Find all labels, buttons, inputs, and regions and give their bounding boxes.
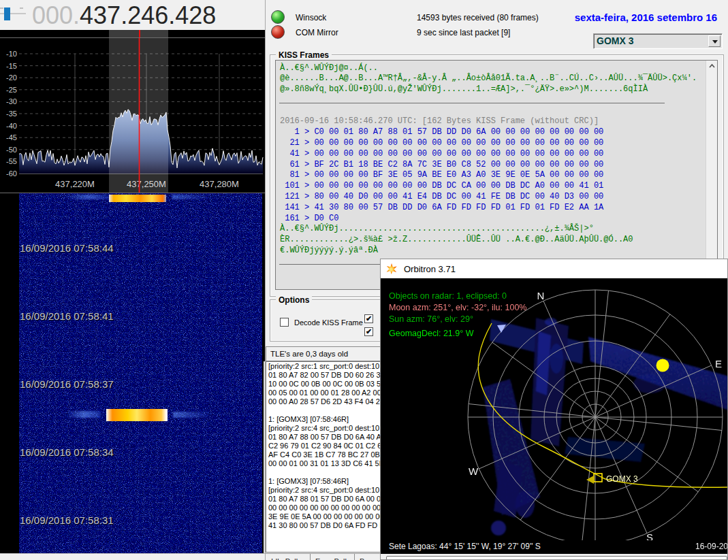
svg-text:-45: -45 bbox=[6, 133, 17, 142]
tab-separator bbox=[310, 554, 311, 560]
svg-text:-50: -50 bbox=[6, 146, 17, 154]
satellite-combobox[interactable]: GOMX 3 bbox=[593, 33, 723, 49]
waterfall-display[interactable]: 16/09/2016 07:58:4416/09/2016 07:58:4116… bbox=[0, 193, 265, 553]
svg-text:-20: -20 bbox=[6, 73, 17, 82]
bottom-tab-strip: Idle PollError PollB bbox=[266, 553, 382, 560]
frequency-ghz-digits: 000. bbox=[32, 1, 80, 29]
kiss-frames-textarea[interactable]: À..€§^.WÛÝÐj@¤..Á(..@è......B...A@..B...… bbox=[275, 60, 718, 290]
packet-list-line: 01 80 A7 88 00 57 DB D0 6A 40 A bbox=[268, 433, 381, 442]
kiss-frame-line-15: À..€§^.WÛÝÐj............................… bbox=[280, 224, 697, 235]
packet-list-line: [priority:2 src:4 src_port:0 dest:10 d bbox=[268, 424, 381, 433]
waterfall-timestamp: 16/09/2016 07:58:31 bbox=[20, 514, 114, 526]
frequency-mhz-digits: 437.246.428 bbox=[80, 1, 216, 29]
signal-burst-wing bbox=[65, 195, 112, 199]
orbitron-title: Orbitron 3.71 bbox=[404, 264, 456, 274]
kiss-scrollbar[interactable] bbox=[706, 61, 717, 289]
kiss-frame-line-4 bbox=[280, 106, 697, 117]
option-checkbox-3[interactable]: ✔ bbox=[364, 327, 373, 336]
packet-list-line: 41 30 80 00 57 DB D0 6A FD FD I bbox=[268, 521, 381, 530]
spectrum-analyzer[interactable]: -10-15-20-25-30-35-40-45-50-55-60437,220… bbox=[0, 37, 265, 193]
observer-location: Sete Lagoas: 44° 15' 15'' W, 19° 27' 09'… bbox=[389, 542, 541, 551]
tle-status-bar: TLE's are 0,3 days old bbox=[266, 346, 382, 361]
waterfall-timestamp: 16/09/2016 07:58:37 bbox=[20, 378, 114, 390]
packet-list-line: 00 00 A0 28 57 D6 2D 43 F4 04 2 bbox=[268, 397, 381, 406]
slider-tick bbox=[20, 7, 23, 9]
kiss-frame-line-7: 21 > 00 00 00 00 00 00 00 00 00 00 00 00… bbox=[280, 138, 697, 149]
packet-listbox[interactable]: [priority:2 src:1 src_port:0 dest:10 d01… bbox=[266, 361, 382, 553]
satellite-combobox-value: GOMX 3 bbox=[597, 35, 633, 46]
scroll-up-arrow-icon[interactable] bbox=[706, 61, 718, 72]
bottom-tab[interactable]: B bbox=[360, 557, 364, 560]
bottom-tab[interactable]: Idle Poll bbox=[271, 557, 298, 560]
packet-list-line bbox=[268, 406, 381, 415]
svg-text:-15: -15 bbox=[6, 62, 17, 70]
decode-kiss-label: Decode KISS Frame bbox=[294, 318, 363, 327]
kiss-frame-line-17: €.WÛÝÐjýýýý.ý.ýâª.ÐÀ bbox=[280, 246, 697, 257]
kiss-frame-line-16: ÈR............¿>.š¾à£ >ž.Z............ÛÜ… bbox=[280, 235, 697, 246]
kiss-frame-line-1: @è......B...A@..B...A™R†Â„,-&Â-y.Â „..Âo… bbox=[280, 73, 697, 84]
com-mirror-status-led-icon bbox=[271, 25, 285, 39]
kiss-frame-line-9: 61 > BF 2C B1 18 BE C2 8A 7C 3E B0 C8 52… bbox=[280, 160, 697, 171]
sun-marker-icon bbox=[656, 359, 669, 372]
last-packet-status: 9 sec since last packet [9] bbox=[417, 28, 510, 37]
spectrum-plot: -10-15-20-25-30-35-40-45-50-55-60437,220… bbox=[0, 38, 265, 193]
compass-label: E bbox=[715, 358, 722, 369]
combobox-dropdown-button[interactable] bbox=[708, 35, 721, 47]
kiss-frame-line-10: 81 > 00 00 00 00 BF 3E 05 9A BE E0 A3 A0… bbox=[280, 170, 697, 181]
orbitron-info-line: Sun azm: 76°, elv: 29° bbox=[389, 314, 473, 324]
orbitron-info-line: Objects on radar: 1, eclipsed: 0 bbox=[389, 291, 507, 301]
packet-list-line: AF C4 C0 3E 1B C7 78 BC 27 0B 4 bbox=[268, 450, 381, 459]
svg-text:-55: -55 bbox=[6, 157, 17, 165]
orbitron-info-line: GeomagDecl: 21.9° W bbox=[389, 329, 474, 338]
options-group-label: Options bbox=[276, 295, 312, 305]
chevron-down-icon bbox=[712, 40, 718, 44]
tle-status-text: TLE's are 0,3 days old bbox=[270, 350, 348, 358]
waterfall-timestamp: 16/09/2016 07:58:41 bbox=[20, 310, 114, 322]
option-checkbox-2[interactable]: ✔ bbox=[364, 314, 373, 323]
winsock-label: Winsock bbox=[296, 13, 326, 22]
bottom-tab[interactable]: Error Poll bbox=[315, 557, 347, 560]
kiss-frame-line-11: 101 > 00 00 00 00 00 00 00 00 DB DC CA 0… bbox=[280, 181, 697, 192]
orbitron-app-icon bbox=[386, 263, 397, 274]
orbitron-titlebar[interactable]: Orbitron 3.71 bbox=[381, 259, 727, 278]
svg-text:-40: -40 bbox=[6, 122, 17, 130]
kiss-frame-line-2: @».8ñ8wÝq¸bqX.ÛÜ•Ð}ÛÜ.ú,@yŽ'WÛÝÐj.......… bbox=[280, 84, 697, 95]
compass-label: W bbox=[469, 465, 479, 477]
svg-text:437,280M: 437,280M bbox=[200, 179, 239, 189]
signal-burst-wing bbox=[172, 195, 210, 199]
packet-list-line: 1: [GOMX3] [07:58:46R] bbox=[268, 477, 381, 486]
frequency-readout[interactable]: 000.437.246.428 bbox=[32, 1, 216, 30]
kiss-frame-line-3 bbox=[280, 95, 697, 106]
frequency-slider-handle[interactable] bbox=[4, 7, 10, 20]
packet-list-line: C2 96 79 01 C2 90 84 0C 01 C2 6B bbox=[268, 442, 381, 450]
compass-label: N bbox=[537, 290, 545, 301]
kiss-frame-line-8: 41 > 00 00 00 00 00 00 00 00 00 00 00 00… bbox=[280, 149, 697, 160]
screen: 000.437.246.428 -10-15-20-25-30-35-40-45… bbox=[0, 0, 728, 560]
kiss-frame-line-0: À..€§^.WÛÝÐj@¤..Á(.. bbox=[280, 63, 697, 74]
packet-list-line: [priority:2 src:1 src_port:0 dest:10 d bbox=[268, 362, 381, 371]
orbitron-info-line: Moon azm: 251°, elv: -32°, ilu: 100% bbox=[389, 303, 526, 312]
kiss-frame-line-13: 141 > 41 30 80 00 57 DB DD D0 6A FD FD F… bbox=[280, 203, 697, 214]
svg-text:-25: -25 bbox=[6, 86, 17, 94]
kiss-frames-text: À..€§^.WÛÝÐj@¤..Á(..@è......B...A@..B...… bbox=[280, 63, 697, 267]
waterfall-timestamp: 16/09/2016 07:58:44 bbox=[20, 242, 114, 254]
satellite-label: GOMX 3 bbox=[606, 474, 638, 484]
kiss-frame-line-12: 121 > 80 00 40 D0 00 00 41 E4 DB DC 00 4… bbox=[280, 192, 697, 203]
packet-list-line: 1: [GOMX3] [07:58:46R] bbox=[268, 415, 381, 424]
orbitron-window: Orbitron 3.71 NESWGOMX 3 Objects on rada… bbox=[380, 259, 728, 560]
slider-tick bbox=[0, 7, 3, 9]
kiss-frames-group-label: KISS Frames bbox=[276, 50, 332, 60]
packet-list-line bbox=[268, 468, 381, 477]
svg-text:-60: -60 bbox=[6, 169, 17, 178]
orbitron-radar-view: NESWGOMX 3 Objects on radar: 1, eclipsed… bbox=[381, 278, 727, 542]
winsock-status-led-icon bbox=[271, 10, 285, 24]
band-selector-bar[interactable] bbox=[0, 30, 265, 37]
tab-separator bbox=[354, 554, 355, 560]
decode-kiss-checkbox[interactable] bbox=[280, 318, 289, 327]
kiss-frame-line-5: 2016-09-16 10:58:46.270 UTC: [162 Bytes … bbox=[280, 116, 697, 127]
signal-burst bbox=[106, 409, 168, 421]
tuned-frequency-line bbox=[139, 30, 140, 37]
com-mirror-label: COM Mirror bbox=[296, 28, 338, 37]
packet-list-line: 01 80 A7 88 01 57 DB D0 6A 00 0 bbox=[268, 495, 381, 504]
background-window-inner bbox=[386, 556, 727, 560]
